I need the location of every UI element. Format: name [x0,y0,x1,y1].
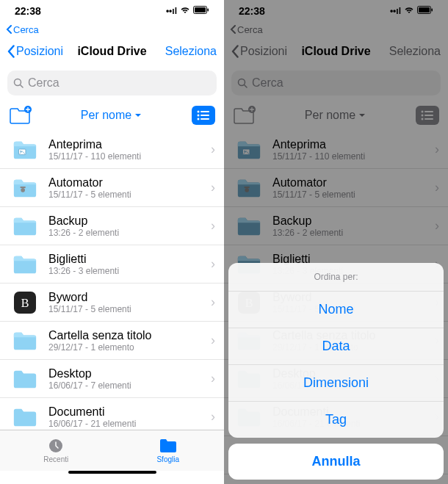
svg-text:B: B [21,297,29,309]
sort-label: Per nome [81,109,131,122]
home-indicator[interactable] [0,471,224,484]
back-link-row: Cerca [0,22,224,37]
svg-rect-7 [200,111,209,112]
chevron-right-icon: › [211,371,215,386]
status-bar: 22:38 ••ıl [0,0,224,22]
folder-plus-icon [9,106,32,125]
toolbar: Per nome [0,100,224,131]
list-view-button[interactable] [192,106,215,125]
list-item-meta: 13:26 - 3 elementi [48,266,200,276]
search-back-link[interactable]: Cerca [6,24,39,35]
new-folder-button[interactable] [9,106,31,125]
sheet-title: Ordina per: [228,263,444,292]
list-item-meta: 15/11/17 - 110 elementi [48,151,200,162]
list-item-name: Desktop [48,367,200,380]
list-item-name: Anteprima [48,138,200,151]
right-screenshot: 22:38 ••ıl Cerca Posizioni iCloud Drive … [224,0,448,484]
search-placeholder: Cerca [28,76,59,90]
list-item-texts: Biglietti13:26 - 3 elementi [48,253,200,276]
svg-rect-2 [208,9,209,12]
chevron-right-icon: › [211,295,215,310]
folder-icon [159,438,178,454]
sort-option-size[interactable]: Dimensioni [228,365,444,402]
svg-rect-1 [195,7,206,12]
byword-icon: B [12,292,38,314]
wifi-icon [180,6,190,16]
tab-bar: Recenti Sfoglia [0,430,224,471]
folder-icon [12,253,38,275]
svg-line-4 [21,85,24,88]
chevron-left-icon [7,45,15,58]
list-item[interactable]: Biglietti13:26 - 3 elementi› [0,245,224,283]
folder-icon [12,215,38,237]
chevron-right-icon: › [211,256,215,272]
search-icon [13,78,24,88]
select-button[interactable]: Seleziona [165,45,217,58]
list-item-texts: Byword15/11/17 - 5 elementi [48,291,200,314]
chevron-right-icon: › [211,333,215,348]
status-indicators: ••ıl [166,6,209,16]
file-list[interactable]: Anteprima15/11/17 - 110 elementi›Automat… [0,131,224,430]
svg-point-14 [21,188,25,192]
back-button-label: Posizioni [16,45,63,58]
list-item[interactable]: Automator15/11/17 - 5 elementi› [0,169,224,207]
status-time: 22:38 [15,5,41,17]
signal-icon: ••ıl [166,6,177,16]
action-sheet: Ordina per: Nome Data Dimensioni Tag Ann… [228,263,444,480]
svg-rect-15 [20,187,26,188]
list-icon [197,110,210,120]
list-item-meta: 16/06/17 - 21 elementi [48,419,200,429]
back-button[interactable]: Posizioni [7,45,63,58]
list-item-meta: 15/11/17 - 5 elementi [48,304,200,314]
list-item-texts: Automator15/11/17 - 5 elementi [48,176,200,200]
tab-browse-label: Sfoglia [156,455,179,463]
back-link-label: Cerca [13,24,39,35]
list-item-name: Backup [48,214,200,228]
list-item-name: Cartella senza titolo [48,329,200,342]
left-screenshot: 22:38 ••ıl Cerca Posizioni iCloud Drive … [0,0,224,484]
list-item-name: Automator [48,176,200,189]
sort-option-tag[interactable]: Tag [228,402,444,438]
search-input[interactable]: Cerca [7,71,217,95]
folder-flat-icon [12,406,38,428]
list-item-meta: 16/06/17 - 7 elementi [48,380,200,391]
svg-rect-11 [200,118,209,120]
svg-point-13 [20,150,21,151]
list-item[interactable]: Documenti16/06/17 - 21 elementi› [0,398,224,430]
folder-automator-icon [12,177,38,199]
chevron-right-icon: › [211,409,215,425]
tab-browse[interactable]: Sfoglia [112,430,225,471]
chevron-right-icon: › [211,218,215,234]
folder-preview-icon [12,139,38,161]
list-item[interactable]: Cartella senza titolo29/12/17 - 1 elemen… [0,322,224,360]
list-item[interactable]: Anteprima15/11/17 - 110 elementi› [0,131,224,169]
page-title: iCloud Drive [77,45,146,58]
tab-recent[interactable]: Recenti [0,430,112,471]
folder-icon [12,330,38,352]
chevron-right-icon: › [211,142,215,157]
list-item-meta: 13:26 - 2 elementi [48,228,200,238]
clock-icon [48,438,64,454]
list-item[interactable]: Desktop16/06/17 - 7 elementi› [0,360,224,398]
sort-button[interactable]: Per nome [81,109,142,122]
list-item[interactable]: Backup13:26 - 2 elementi› [0,207,224,245]
list-item-texts: Backup13:26 - 2 elementi [48,214,200,238]
sort-option-name[interactable]: Nome [228,292,444,328]
nav-bar: Posizioni iCloud Drive Seleziona [0,37,224,66]
list-item-texts: Anteprima15/11/17 - 110 elementi [48,138,200,162]
list-item-name: Byword [48,291,200,304]
svg-point-8 [198,115,200,117]
svg-point-10 [198,118,200,120]
svg-rect-9 [200,115,209,116]
search-container: Cerca [0,66,224,100]
sort-option-date[interactable]: Data [228,328,444,365]
chevron-right-icon: › [211,180,215,195]
list-item-texts: Cartella senza titolo29/12/17 - 1 elemen… [48,329,200,353]
svg-point-6 [198,111,200,113]
list-item[interactable]: BByword15/11/17 - 5 elementi› [0,283,224,322]
list-item-texts: Desktop16/06/17 - 7 elementi [48,367,200,391]
list-item-meta: 15/11/17 - 5 elementi [48,189,200,200]
list-item-meta: 29/12/17 - 1 elemento [48,342,200,353]
cancel-button[interactable]: Annulla [228,444,444,480]
tab-recent-label: Recenti [43,455,68,463]
